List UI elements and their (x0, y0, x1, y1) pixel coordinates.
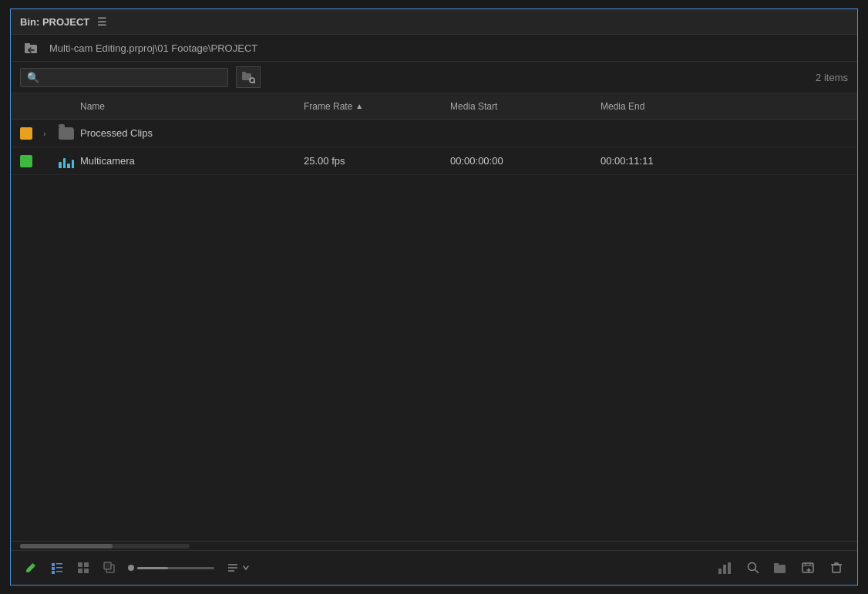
svg-rect-10 (52, 567, 55, 570)
row-framerate: 25.00 fps (304, 155, 450, 167)
search-wrapper: 🔍 (20, 68, 228, 87)
svg-rect-30 (802, 563, 813, 572)
table-content: › Processed Clips (11, 120, 857, 541)
color-swatch (20, 127, 32, 140)
svg-rect-35 (833, 565, 840, 572)
svg-rect-4 (242, 72, 246, 74)
duplicate-button[interactable] (99, 557, 120, 579)
toolbar-right (714, 557, 848, 579)
svg-rect-17 (84, 569, 89, 573)
row-mediaend: 00:00:11:11 (601, 155, 755, 167)
svg-rect-28 (774, 565, 786, 573)
grid-view-button[interactable] (72, 557, 94, 579)
svg-rect-9 (56, 563, 62, 565)
col-mediaend-header[interactable]: Media End (601, 101, 755, 112)
sort-button[interactable] (222, 559, 255, 576)
row-color-label (20, 127, 43, 140)
zoom-fill (137, 567, 168, 569)
svg-line-6 (254, 82, 254, 83)
toolbar (11, 550, 857, 585)
new-bin-button[interactable] (769, 557, 792, 579)
table-row[interactable]: Multicamera 25.00 fps 00:00:00:00 00:00:… (11, 147, 857, 175)
edit-button[interactable] (20, 557, 42, 579)
scrollbar-area (11, 541, 857, 550)
zoom-track[interactable] (137, 567, 214, 569)
col-mediastart-header[interactable]: Media Start (450, 101, 601, 112)
row-name: Multicamera (80, 155, 304, 167)
search-input[interactable] (44, 72, 221, 83)
list-view-button[interactable] (46, 557, 68, 579)
search-button[interactable] (742, 557, 765, 579)
svg-rect-16 (78, 569, 82, 573)
svg-line-27 (755, 570, 759, 573)
column-headers: Name Frame Rate ▲ Media Start Media End (11, 93, 857, 120)
row-mediastart: 00:00:00:00 (450, 155, 601, 167)
row-name: Processed Clips (80, 127, 304, 139)
table-row[interactable]: › Processed Clips (11, 120, 857, 147)
folder-icon (59, 127, 80, 140)
path-text: Multi-cam Editing.prproj\01 Footage\PROJ… (49, 42, 257, 54)
svg-rect-23 (718, 569, 722, 574)
items-count: 2 items (816, 72, 848, 83)
sort-arrow-icon: ▲ (355, 102, 363, 110)
svg-rect-15 (84, 562, 89, 567)
expand-icon[interactable]: › (43, 129, 59, 138)
title-bar: Bin: PROJECT ☰ (11, 9, 857, 35)
zoom-slider[interactable] (128, 565, 214, 571)
menu-icon[interactable]: ☰ (97, 15, 107, 28)
svg-rect-29 (774, 563, 779, 565)
scrollbar-thumb[interactable] (20, 544, 113, 548)
search-icon: 🔍 (27, 72, 39, 83)
svg-rect-14 (78, 562, 82, 567)
svg-rect-13 (56, 571, 62, 572)
svg-rect-1 (25, 43, 30, 46)
col-framerate-header[interactable]: Frame Rate ▲ (304, 101, 450, 112)
stats-button[interactable] (714, 557, 737, 579)
bin-panel: Bin: PROJECT ☰ Multi-cam Editing.prproj\… (10, 8, 858, 586)
zoom-dot (128, 565, 134, 571)
row-color-label (20, 155, 43, 167)
delete-button[interactable] (825, 557, 848, 579)
svg-rect-12 (52, 571, 55, 574)
back-icon[interactable] (20, 39, 42, 56)
new-clip-button[interactable] (797, 557, 820, 579)
svg-rect-19 (104, 562, 111, 569)
svg-rect-25 (728, 562, 731, 574)
color-swatch (20, 155, 32, 167)
svg-rect-11 (56, 567, 62, 569)
panel-title: Bin: PROJECT (20, 16, 89, 28)
table-rows: › Processed Clips (11, 120, 857, 541)
svg-rect-8 (52, 563, 55, 566)
col-name-header[interactable]: Name (80, 101, 304, 112)
svg-rect-24 (723, 565, 726, 574)
horizontal-scrollbar[interactable] (20, 544, 190, 548)
search-bar: 🔍 2 items (11, 62, 857, 93)
filter-icon-button[interactable] (236, 66, 261, 88)
multicam-icon (59, 154, 80, 168)
path-bar: Multi-cam Editing.prproj\01 Footage\PROJ… (11, 35, 857, 62)
